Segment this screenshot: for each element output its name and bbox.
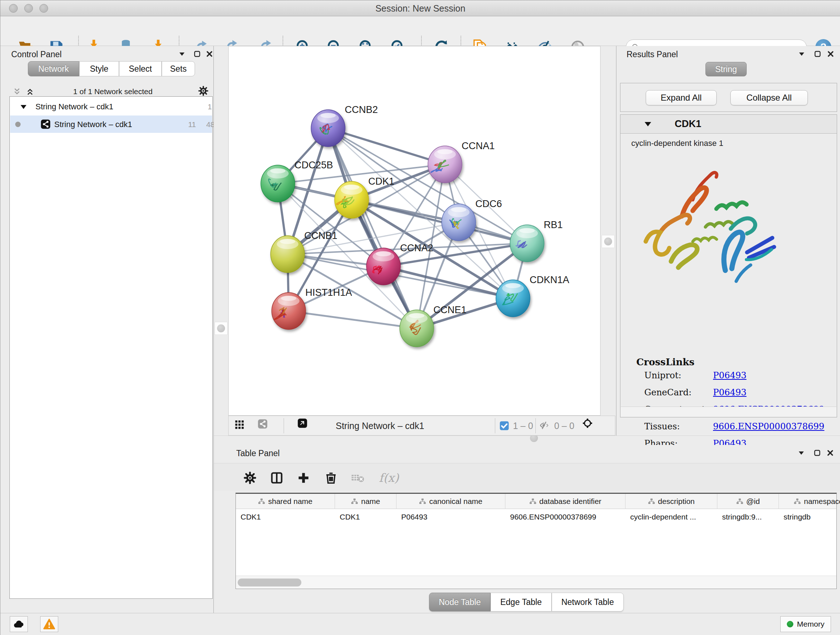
table-cell[interactable]: 9606.ENSP00000378699 (505, 509, 625, 525)
network-node-CCNA2[interactable] (366, 248, 401, 285)
tab-select[interactable]: Select (119, 61, 162, 76)
add-column-icon[interactable] (295, 470, 311, 486)
crosslink-link[interactable]: 9606.ENSP00000378699 (713, 421, 824, 432)
collection-count: 1 (208, 103, 212, 111)
network-node-CCNB1[interactable] (271, 236, 305, 272)
expand-all-button[interactable]: Expand All (646, 90, 717, 105)
network-node-CDKN1A[interactable] (496, 280, 530, 317)
gene-name: CDK1 (675, 119, 701, 130)
table-panel-float-icon[interactable] (796, 448, 806, 458)
table-panel-close-icon[interactable] (825, 448, 835, 458)
gene-section-header[interactable]: CDK1 (621, 115, 837, 134)
table-cell[interactable]: stringdb (779, 509, 840, 525)
control-panel-close-icon[interactable] (204, 49, 215, 59)
network-node-CCNA1[interactable] (428, 146, 462, 183)
show-columns-icon[interactable] (269, 470, 285, 486)
function-builder-icon: f(x) (374, 470, 403, 486)
results-scroll-strip[interactable] (621, 407, 836, 417)
node-label-CDK1: CDK1 (368, 176, 394, 187)
network-node-CCNB2[interactable] (311, 110, 345, 147)
collection-expander-icon[interactable] (20, 104, 27, 110)
hidden-eye-icon (539, 420, 549, 431)
network-row-label: String Network – cdk1 (54, 120, 132, 129)
gene-expander-icon[interactable] (644, 121, 652, 127)
app-window: Session: New Session (0, 0, 840, 635)
crosslink-link[interactable]: P06493 (713, 371, 747, 380)
memory-button[interactable]: Memory (780, 616, 831, 632)
selected-checkbox-icon[interactable] (499, 421, 509, 431)
collapse-all-button[interactable]: Collapse All (730, 90, 808, 105)
expand-all-label: Expand All (660, 93, 701, 103)
tab-edge-table[interactable]: Edge Table (491, 593, 552, 611)
network-canvas[interactable]: CCNB2CCNA1CDC25BCDK1CDC6RB1CCNB1CCNA2CDK… (228, 46, 600, 416)
tab-node-table[interactable]: Node Table (429, 593, 491, 611)
hidden-node-edge-counts: 0 – 0 (554, 421, 575, 431)
right-splitter[interactable] (600, 46, 616, 435)
tab-network[interactable]: Network (28, 61, 79, 76)
tab-sets[interactable]: Sets (162, 61, 195, 76)
warnings-button[interactable] (40, 616, 58, 632)
window-title: Session: New Session (0, 0, 840, 16)
results-panel: Results Panel String Expand All Collapse… (616, 46, 840, 435)
status-bar: Memory (0, 613, 840, 635)
results-panel-close-icon[interactable] (826, 49, 836, 59)
column-header-description[interactable]: description (625, 494, 717, 509)
node-label-CCNA2: CCNA2 (400, 242, 433, 253)
expand-all-networks-icon[interactable] (25, 87, 35, 97)
tab-style[interactable]: Style (79, 61, 119, 76)
control-panel-float-icon[interactable] (177, 49, 187, 59)
crosslink-label: GeneCard: (644, 387, 692, 397)
string-view-icon[interactable] (257, 419, 268, 429)
grid-view-icon[interactable] (234, 420, 245, 430)
column-header-@id[interactable]: @id (717, 494, 779, 509)
right-splitter-handle[interactable] (604, 238, 612, 245)
birdseye-view-icon[interactable] (297, 418, 308, 428)
tab-network-table[interactable]: Network Table (552, 593, 624, 611)
network-node-CDK1[interactable] (335, 181, 369, 218)
control-panel-maximize-icon[interactable] (192, 49, 202, 59)
control-panel: Control Panel NetworkStyleSelectSets 1 o… (1, 46, 214, 613)
network-node-HIST1H1A[interactable] (272, 293, 306, 329)
collapse-all-networks-icon[interactable] (12, 87, 22, 97)
network-node-CDC6[interactable] (442, 204, 476, 241)
network-options-gear-icon[interactable] (198, 86, 208, 96)
column-header-canonical-name[interactable]: canonical name (396, 494, 505, 509)
results-tab-string[interactable]: String (706, 62, 747, 76)
delete-column-icon[interactable] (323, 470, 339, 486)
column-header-name[interactable]: name (335, 494, 396, 509)
table-cell[interactable]: P06493 (396, 509, 505, 525)
scrollbar-thumb[interactable] (238, 578, 302, 586)
network-edge-CCNB2-CCNE1 (328, 128, 417, 328)
column-header-shared-name[interactable]: shared name (236, 494, 335, 509)
cloud-button[interactable] (10, 616, 28, 632)
network-status-dot (15, 122, 21, 127)
left-splitter[interactable] (214, 46, 228, 435)
node-label-CCNB1: CCNB1 (304, 230, 338, 241)
network-node-RB1[interactable] (510, 225, 544, 262)
network-collection-row[interactable]: String Network – cdk1 1 (10, 98, 212, 116)
network-edge-CCNB2-CCNA1 (328, 128, 445, 165)
network-row[interactable]: String Network – cdk1 11 48 (10, 116, 212, 133)
table-type-tabs: Node TableEdge TableNetwork Table (429, 593, 624, 611)
crosslink-link[interactable]: P06493 (713, 387, 747, 397)
table-cell[interactable]: cyclin-dependent ... (625, 509, 717, 525)
node-label-CDKN1A: CDKN1A (530, 274, 569, 285)
table-cell[interactable]: CDK1 (236, 509, 335, 525)
fit-content-crosshair-icon[interactable] (583, 418, 592, 428)
string-tab-label: String (715, 65, 737, 74)
cloud-icon (13, 618, 25, 630)
network-node-CCNE1[interactable] (400, 310, 434, 347)
results-panel-title: Results Panel (627, 50, 678, 59)
network-node-CDC25B[interactable] (261, 165, 295, 202)
column-header-namespace[interactable]: namespace (779, 494, 840, 509)
table-cell[interactable]: stringdb:9... (717, 509, 779, 525)
table-settings-gear-icon[interactable] (242, 470, 258, 486)
left-splitter-handle[interactable] (217, 325, 225, 333)
column-header-database-identifier[interactable]: database identifier (505, 494, 625, 509)
table-horizontal-scrollbar[interactable] (236, 576, 836, 589)
table-panel: Table Panel f(x) shared n (214, 445, 840, 613)
table-cell[interactable]: CDK1 (335, 509, 396, 525)
results-panel-float-icon[interactable] (797, 49, 807, 59)
table-panel-maximize-icon[interactable] (812, 448, 822, 458)
results-panel-maximize-icon[interactable] (813, 49, 823, 59)
